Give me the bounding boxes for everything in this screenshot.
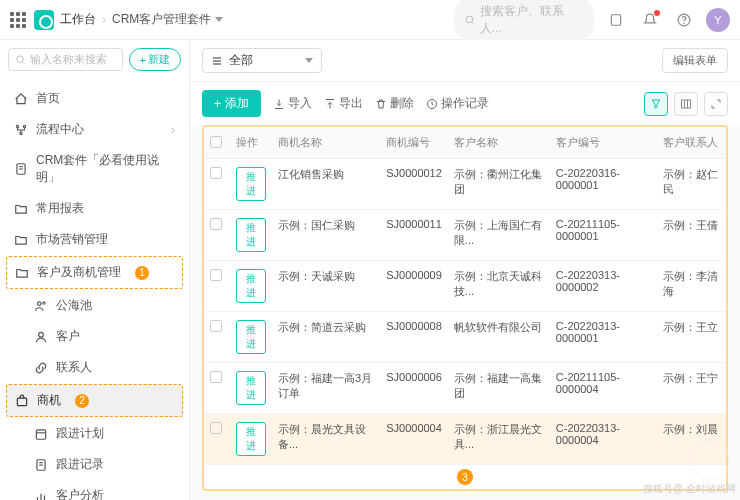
cell-cust: 示例：浙江晨光文具... [448, 414, 550, 465]
cell-ccode: C-20220313-0000004 [550, 414, 658, 465]
row-checkbox[interactable] [210, 269, 222, 281]
table-row[interactable]: 推进示例：天诚采购SJ0000009示例：北京天诚科技...C-20220313… [204, 261, 726, 312]
nav-label: 客户及商机管理 [37, 264, 121, 281]
table-row[interactable]: 推进示例：晨光文具设备...SJ0000004示例：浙江晨光文具...C-202… [204, 414, 726, 465]
nav-label: 常用报表 [36, 200, 84, 217]
push-button[interactable]: 推进 [236, 422, 266, 456]
data-table: 操作商机名称商机编号客户名称客户编号客户联系人 推进江化销售采购SJ000001… [204, 127, 726, 465]
cell-ccode: C-20211105-0000001 [550, 210, 658, 261]
nav-item-7[interactable]: 客户 [0, 321, 189, 352]
trash-icon [375, 98, 387, 110]
avatar[interactable]: Y [706, 8, 730, 32]
cell-contact: 示例：赵仁民 [657, 159, 726, 210]
push-button[interactable]: 推进 [236, 371, 266, 405]
col-header[interactable]: 操作 [230, 127, 272, 159]
push-button[interactable]: 推进 [236, 218, 266, 252]
export-link[interactable]: 导出 [324, 95, 363, 112]
svg-point-4 [684, 23, 685, 24]
cell-code: SJ0000006 [380, 363, 448, 414]
table-row[interactable]: 推进江化销售采购SJ0000012示例：衢州江化集团C-20220316-000… [204, 159, 726, 210]
cell-cust: 示例：上海国仁有限... [448, 210, 550, 261]
nav-item-3[interactable]: 常用报表 [0, 193, 189, 224]
nav-label: 市场营销管理 [36, 231, 108, 248]
breadcrumb-separator: › [102, 13, 106, 27]
nav-item-8[interactable]: 联系人 [0, 352, 189, 383]
cell-cust: 示例：衢州江化集团 [448, 159, 550, 210]
sidebar-search[interactable]: 输入名称来搜索 [8, 48, 123, 71]
row-checkbox[interactable] [210, 422, 222, 434]
nav-label: 流程中心 [36, 121, 84, 138]
nav-label: 客户 [56, 328, 80, 345]
book-icon[interactable] [604, 8, 628, 32]
table-row[interactable]: 推进示例：简道云采购SJ0000008帆软软件有限公司C-20220313-00… [204, 312, 726, 363]
push-button[interactable]: 推进 [236, 167, 266, 201]
nav-icon [14, 202, 28, 216]
row-checkbox[interactable] [210, 371, 222, 383]
checkbox-all[interactable] [210, 136, 222, 148]
columns-icon [680, 98, 692, 110]
svg-point-13 [38, 301, 42, 305]
bell-icon[interactable] [638, 8, 662, 32]
add-button[interactable]: + 添加 [202, 90, 261, 117]
svg-rect-32 [682, 100, 691, 108]
oplog-link[interactable]: 操作记录 [426, 95, 489, 112]
nav-item-5[interactable]: 客户及商机管理1 [6, 256, 183, 289]
nav-item-10[interactable]: 跟进计划 [0, 418, 189, 449]
nav-item-9[interactable]: 商机2 [6, 384, 183, 417]
breadcrumb-suite-dropdown[interactable]: CRM客户管理套件 [112, 11, 223, 28]
nav-icon [15, 394, 29, 408]
nav-label: 联系人 [56, 359, 92, 376]
import-link[interactable]: 导入 [273, 95, 312, 112]
nav-icon [14, 162, 28, 176]
apps-icon[interactable] [10, 12, 26, 28]
nav-item-6[interactable]: 公海池 [0, 290, 189, 321]
table-row[interactable]: 推进示例：福建一高3月订单SJ0000006示例：福建一高集团C-2021110… [204, 363, 726, 414]
expand-button[interactable] [704, 92, 728, 116]
watermark-logo [690, 440, 730, 480]
nav-item-4[interactable]: 市场营销管理 [0, 224, 189, 255]
nav-icon [34, 427, 48, 441]
col-header[interactable]: 商机名称 [272, 127, 380, 159]
breadcrumb-workspace[interactable]: 工作台 [60, 11, 96, 28]
nav-label: 公海池 [56, 297, 92, 314]
cell-name: 示例：天诚采购 [272, 261, 380, 312]
svg-point-7 [16, 125, 18, 127]
nav-label: 商机 [37, 392, 61, 409]
col-header[interactable]: 客户联系人 [657, 127, 726, 159]
table-row[interactable]: 推进示例：国仁采购SJ0000011示例：上海国仁有限...C-20211105… [204, 210, 726, 261]
cell-name: 江化销售采购 [272, 159, 380, 210]
nav-item-12[interactable]: 客户分析 [0, 480, 189, 500]
row-checkbox[interactable] [210, 218, 222, 230]
filter-icon [650, 98, 662, 110]
display-button[interactable] [674, 92, 698, 116]
sidebar: 输入名称来搜索 + 新建 首页流程中心›CRM套件「必看使用说明」常用报表市场营… [0, 40, 190, 500]
topbar: 工作台 › CRM客户管理套件 搜索客户、联系人... Y [0, 0, 740, 40]
nav-item-1[interactable]: 流程中心› [0, 114, 189, 145]
cell-ccode: C-20220313-0000001 [550, 312, 658, 363]
nav-item-11[interactable]: 跟进记录 [0, 449, 189, 480]
svg-line-6 [23, 62, 25, 64]
help-icon[interactable] [672, 8, 696, 32]
nav-icon [14, 233, 28, 247]
expand-icon [710, 98, 722, 110]
view-selector[interactable]: 全部 [202, 48, 322, 73]
col-header[interactable]: 客户名称 [448, 127, 550, 159]
push-button[interactable]: 推进 [236, 320, 266, 354]
nav-item-2[interactable]: CRM套件「必看使用说明」 [0, 145, 189, 193]
nav-label: 首页 [36, 90, 60, 107]
nav-icon [34, 489, 48, 501]
global-search[interactable]: 搜索客户、联系人... [454, 0, 594, 41]
new-button[interactable]: + 新建 [129, 48, 181, 71]
delete-link[interactable]: 删除 [375, 95, 414, 112]
cell-name: 示例：福建一高3月订单 [272, 363, 380, 414]
nav-item-0[interactable]: 首页 [0, 83, 189, 114]
filter-button[interactable] [644, 92, 668, 116]
cell-code: SJ0000012 [380, 159, 448, 210]
push-button[interactable]: 推进 [236, 269, 266, 303]
edit-form-button[interactable]: 编辑表单 [662, 48, 728, 73]
row-checkbox[interactable] [210, 320, 222, 332]
row-checkbox[interactable] [210, 167, 222, 179]
cell-code: SJ0000004 [380, 414, 448, 465]
col-header[interactable]: 客户编号 [550, 127, 658, 159]
col-header[interactable]: 商机编号 [380, 127, 448, 159]
